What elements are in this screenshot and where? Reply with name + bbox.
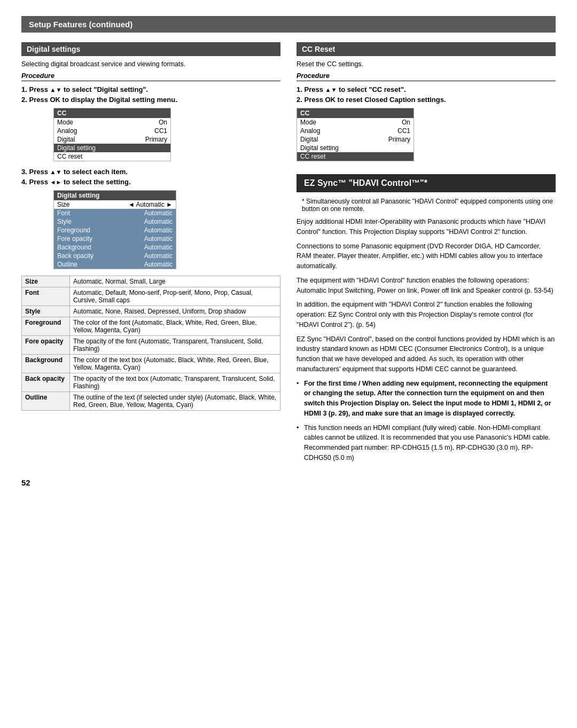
table-row: Fore opacity The opacity of the font (Au… bbox=[22, 336, 280, 355]
cc-reset-menu-title: CC bbox=[297, 108, 414, 118]
table-row: Back opacity The opacity of the text box… bbox=[22, 373, 280, 392]
cc-menu-mode: ModeOn bbox=[54, 118, 170, 127]
cc-menu-title: CC bbox=[54, 108, 170, 118]
digital-setting-menu: Digital setting Size ◄ Automatic ► FontA… bbox=[53, 190, 176, 269]
table-row: Foreground The color of the font (Automa… bbox=[22, 317, 280, 336]
cc-reset-desc: Reset the CC settings. bbox=[297, 60, 556, 68]
step-3: 3. Press ▲▼ to select each item. bbox=[21, 168, 280, 176]
cc-reset-steps: 1. Press ▲▼ to select "CC reset". 2. Pre… bbox=[297, 85, 556, 104]
cc-menu-analog: AnalogCC1 bbox=[54, 127, 170, 135]
right-column: CC Reset Reset the CC settings. Procedur… bbox=[297, 42, 556, 467]
ccr-cc-reset: CC reset bbox=[297, 152, 414, 161]
cc-menu-cc-reset: CC reset bbox=[54, 152, 170, 161]
digital-setting-menu-title: Digital setting bbox=[54, 191, 176, 200]
page-header: Setup Features (continued) bbox=[21, 16, 556, 33]
ez-sync-para-5: EZ Sync "HDAVI Control", based on the co… bbox=[297, 334, 556, 374]
digital-settings-header: Digital settings bbox=[21, 42, 280, 56]
table-row: Style Automatic, None, Raised, Depressed… bbox=[22, 306, 280, 317]
step-cc-2: 2. Press OK to reset Closed Caption sett… bbox=[297, 96, 556, 104]
step-1: 1. Press ▲▼ to select "Digital setting". bbox=[21, 85, 280, 93]
ccr-digital: DigitalPrimary bbox=[297, 135, 414, 144]
cc-menu-digital: DigitalPrimary bbox=[54, 135, 170, 144]
ccr-digital-setting: Digital setting bbox=[297, 144, 414, 152]
step-4: 4. Press ◄► to select the setting. bbox=[21, 178, 280, 186]
ez-sync-para-3: The equipment with "HDAVI Control" funct… bbox=[297, 276, 556, 296]
ez-sync-para-1: Enjoy additional HDMI Inter-Operability … bbox=[297, 217, 556, 237]
digital-ref-table: Size Automatic, Normal, Small, Large Fon… bbox=[21, 276, 280, 411]
ds-background: BackgroundAutomatic bbox=[54, 243, 176, 252]
ds-fore-opacity: Fore opacityAutomatic bbox=[54, 234, 176, 243]
cc-menu-digital-setting: Digital setting bbox=[54, 144, 170, 152]
table-row: Outline The outline of the text (if sele… bbox=[22, 392, 280, 411]
ez-sync-note: * Simultaneously control all Panasonic "… bbox=[297, 198, 556, 213]
bullet-item-1: For the first time / When adding new equ… bbox=[297, 379, 556, 419]
procedure-label-digital: Procedure bbox=[21, 72, 280, 81]
digital-steps: 1. Press ▲▼ to select "Digital setting".… bbox=[21, 85, 280, 104]
digital-steps-2: 3. Press ▲▼ to select each item. 4. Pres… bbox=[21, 168, 280, 186]
table-row: Background The color of the text box (Au… bbox=[22, 355, 280, 373]
cc-reset-menu: CC ModeOn AnalogCC1 DigitalPrimary Digit… bbox=[297, 108, 414, 161]
step-2: 2. Press OK to display the Digital setti… bbox=[21, 96, 280, 104]
ds-font: FontAutomatic bbox=[54, 209, 176, 217]
table-row: Font Automatic, Default, Mono-serif, Pro… bbox=[22, 287, 280, 306]
left-column: Digital settings Selecting digital broad… bbox=[21, 42, 280, 467]
ccr-analog: AnalogCC1 bbox=[297, 127, 414, 135]
ds-style: StyleAutomatic bbox=[54, 217, 176, 226]
ds-outline: OutlineAutomatic bbox=[54, 260, 176, 269]
digital-settings-section: Digital settings Selecting digital broad… bbox=[21, 42, 280, 411]
cc-reset-header: CC Reset bbox=[297, 42, 556, 56]
ez-sync-section: EZ Sync™ "HDAVI Control™"* * Simultaneou… bbox=[297, 174, 556, 463]
cc-menu: CC ModeOn AnalogCC1 DigitalPrimary Digit… bbox=[53, 108, 171, 161]
table-row: Size Automatic, Normal, Small, Large bbox=[22, 276, 280, 287]
cc-reset-section: CC Reset Reset the CC settings. Procedur… bbox=[297, 42, 556, 161]
ez-sync-para-4: In addition, the equipment with "HDAVI C… bbox=[297, 300, 556, 330]
ccr-mode: ModeOn bbox=[297, 118, 414, 127]
ez-sync-para-2: Connections to some Panasonic equipment … bbox=[297, 241, 556, 271]
page-number: 52 bbox=[21, 478, 556, 487]
ds-size: Size ◄ Automatic ► bbox=[54, 200, 176, 209]
digital-settings-desc: Selecting digital broadcast service and … bbox=[21, 60, 280, 68]
ds-back-opacity: Back opacityAutomatic bbox=[54, 252, 176, 260]
ez-sync-header: EZ Sync™ "HDAVI Control™"* bbox=[297, 174, 556, 192]
step-cc-1: 1. Press ▲▼ to select "CC reset". bbox=[297, 85, 556, 93]
procedure-label-cc-reset: Procedure bbox=[297, 72, 556, 81]
ds-foreground: ForegroundAutomatic bbox=[54, 226, 176, 234]
bullet-item-2: This function needs an HDMI compliant (f… bbox=[297, 423, 556, 463]
